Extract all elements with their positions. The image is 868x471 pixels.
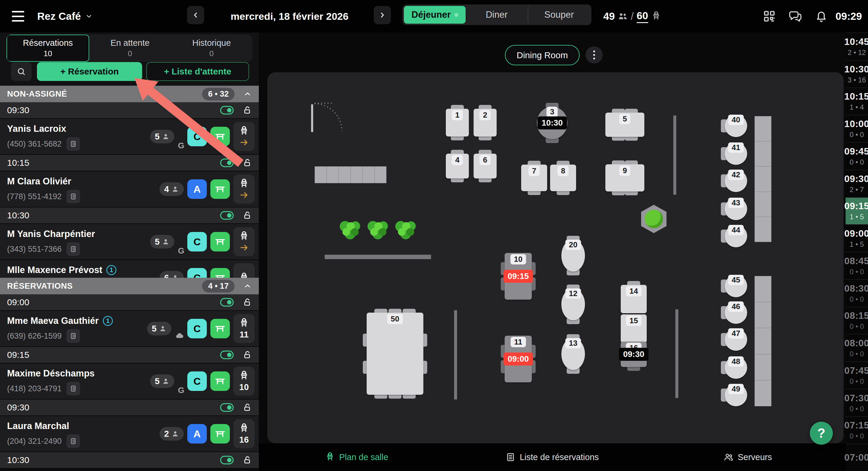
status-badge[interactable]: C bbox=[187, 232, 207, 251]
time-slot-row[interactable]: 10:15 bbox=[0, 155, 259, 171]
table-11[interactable]: 1109:00 bbox=[505, 336, 532, 382]
table-badge[interactable] bbox=[210, 127, 230, 146]
toggle-icon[interactable] bbox=[220, 211, 234, 220]
note-button[interactable] bbox=[66, 242, 80, 256]
table-10[interactable]: 1009:15 bbox=[505, 253, 532, 300]
status-badge[interactable]: C bbox=[187, 127, 207, 146]
status-badge[interactable]: C bbox=[187, 268, 207, 278]
table-41[interactable]: 41 bbox=[725, 143, 747, 165]
table-50[interactable]: 50 bbox=[367, 313, 423, 395]
lock-open-icon[interactable] bbox=[243, 403, 252, 412]
table-47[interactable]: 47 bbox=[725, 328, 747, 351]
help-button[interactable]: ? bbox=[810, 422, 833, 445]
note-button[interactable] bbox=[66, 329, 80, 343]
sidebar-tab-historique[interactable]: Historique0 bbox=[171, 35, 252, 62]
next-day-button[interactable] bbox=[374, 6, 391, 24]
rail-slot-0700[interactable]: 07:00 bbox=[845, 443, 868, 471]
seat-badge[interactable]: 16 bbox=[234, 419, 255, 448]
covers-counter[interactable]: 49 / 60 bbox=[603, 0, 661, 32]
table-13[interactable]: 13 bbox=[561, 338, 585, 370]
table-42[interactable]: 42 bbox=[725, 169, 747, 192]
status-badge[interactable]: A bbox=[187, 179, 207, 199]
meal-tab-déjeuner[interactable]: Déjeuner bbox=[404, 6, 466, 24]
seat-badge[interactable]: 11 bbox=[234, 314, 255, 343]
bottom-nav-serveurs[interactable]: Serveurs bbox=[650, 443, 845, 471]
table-7[interactable]: 7 bbox=[521, 165, 547, 191]
search-button[interactable] bbox=[11, 62, 32, 81]
time-slot-row[interactable]: 09:15 bbox=[0, 347, 259, 364]
table-49[interactable]: 49 bbox=[725, 384, 747, 406]
time-slot-row[interactable]: 09:00 bbox=[0, 294, 259, 311]
table-14[interactable]: 14 bbox=[621, 285, 647, 313]
meal-tab-souper[interactable]: Souper bbox=[528, 6, 590, 24]
bottom-nav-plan-de-salle[interactable]: Plan de salle bbox=[259, 443, 454, 471]
notifications-bell-icon[interactable] bbox=[814, 9, 829, 23]
rail-slot-0800[interactable]: 08:000 • 0 bbox=[845, 334, 868, 362]
room-menu-button[interactable] bbox=[586, 46, 603, 64]
sidebar-tab-en-attente[interactable]: En attente0 bbox=[89, 35, 171, 62]
toggle-icon[interactable] bbox=[220, 403, 234, 412]
table-40[interactable]: 40 bbox=[725, 115, 747, 137]
time-slot-row[interactable]: 09:30 bbox=[0, 102, 259, 119]
reservation-card[interactable]: Maxime Déschamps(418) 203-47915GC10 bbox=[0, 364, 259, 400]
rail-slot-0815[interactable]: 08:150 • 0 bbox=[845, 307, 868, 334]
table-9[interactable]: 9 bbox=[606, 164, 644, 191]
section-header[interactable]: NON-ASSIGNÉ6 • 32 bbox=[0, 86, 259, 102]
lock-open-icon[interactable] bbox=[243, 350, 252, 360]
table-48[interactable]: 48 bbox=[725, 356, 747, 379]
table-badge[interactable] bbox=[210, 268, 230, 278]
table-45[interactable]: 45 bbox=[725, 275, 747, 297]
table-6[interactable]: 6 bbox=[473, 154, 497, 179]
status-badge[interactable]: A bbox=[187, 424, 207, 443]
time-slot-row[interactable]: 09:30 bbox=[0, 400, 259, 416]
table-44[interactable]: 44 bbox=[725, 225, 747, 247]
table-5[interactable]: 5 bbox=[606, 113, 644, 137]
table-1[interactable]: 1 bbox=[446, 109, 469, 136]
rail-slot-1030[interactable]: 10:303 • 16 bbox=[845, 60, 868, 88]
seat-badge[interactable] bbox=[234, 227, 255, 256]
rail-slot-0930[interactable]: 09:302 • 7 bbox=[845, 169, 868, 197]
table-43[interactable]: 43 bbox=[725, 198, 747, 220]
table-badge[interactable] bbox=[210, 232, 230, 251]
time-slot-row[interactable]: 10:30 bbox=[0, 452, 259, 469]
new-reservation-button[interactable]: + Réservation bbox=[37, 62, 142, 81]
rail-slot-1045[interactable]: 10:452 • 12 bbox=[845, 32, 868, 60]
table-4[interactable]: 4 bbox=[446, 154, 469, 179]
seat-badge[interactable]: 10 bbox=[234, 367, 255, 396]
reservation-card[interactable]: M Clara Oliviér(778) 551-41924A bbox=[0, 171, 259, 208]
reservation-card[interactable]: Yanis Lacroix(450) 361-56825GC bbox=[0, 119, 259, 155]
reservation-card[interactable]: M Yanis Charpéntier(343) 551-73665GC bbox=[0, 224, 259, 260]
seat-badge[interactable] bbox=[234, 263, 255, 278]
note-button[interactable] bbox=[66, 434, 80, 448]
restaurant-selector[interactable]: Rez Café bbox=[37, 0, 93, 32]
seat-badge[interactable] bbox=[234, 122, 255, 151]
table-badge[interactable] bbox=[210, 371, 230, 391]
date-display[interactable]: mercredi, 18 février 2026 bbox=[207, 0, 372, 32]
toggle-icon[interactable] bbox=[220, 158, 234, 167]
rail-slot-0730[interactable]: 07:300 • 0 bbox=[845, 389, 868, 416]
prev-day-button[interactable] bbox=[187, 6, 204, 24]
table-badge[interactable] bbox=[210, 424, 230, 443]
toggle-icon[interactable] bbox=[220, 106, 234, 115]
table-badge[interactable] bbox=[210, 179, 230, 199]
sidebar-tab-réservations[interactable]: Réservations10 bbox=[6, 35, 89, 62]
lock-open-icon[interactable] bbox=[243, 158, 252, 168]
note-button[interactable] bbox=[66, 137, 80, 151]
section-header[interactable]: RÉSERVATIONS4 • 17 bbox=[0, 278, 259, 294]
reservation-card[interactable]: Mlle Maxence Prévost16C bbox=[0, 260, 259, 278]
table-8[interactable]: 8 bbox=[550, 165, 576, 191]
messages-icon[interactable] bbox=[788, 9, 802, 23]
rail-slot-0900[interactable]: 09:001 • 5 bbox=[845, 224, 868, 252]
note-button[interactable] bbox=[66, 190, 80, 203]
status-badge[interactable]: C bbox=[187, 319, 207, 338]
reservation-card[interactable]: Mme Maeva Gauthiér1(639) 626-15995C11 bbox=[0, 311, 259, 347]
table-15[interactable]: 15 bbox=[621, 314, 647, 343]
table-20[interactable]: 20 bbox=[561, 240, 585, 272]
toggle-icon[interactable] bbox=[220, 456, 234, 465]
table-2[interactable]: 2 bbox=[473, 109, 497, 136]
table-16[interactable]: 1609:30 bbox=[621, 342, 647, 367]
rail-slot-0745[interactable]: 07:450 • 0 bbox=[845, 362, 868, 389]
seat-badge[interactable] bbox=[234, 175, 255, 203]
lock-open-icon[interactable] bbox=[243, 105, 252, 115]
lock-open-icon[interactable] bbox=[243, 210, 252, 220]
